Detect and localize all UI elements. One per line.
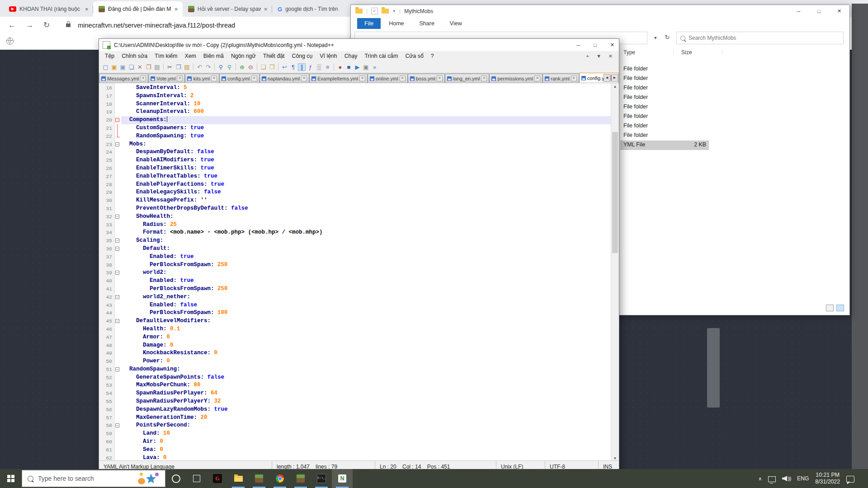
show-all-characters-icon[interactable]: ¶	[289, 63, 297, 71]
document-tab[interactable]: lang_en.yml✕	[445, 74, 489, 83]
properties-check-icon[interactable]: ✓	[371, 8, 378, 14]
url-text[interactable]: minecraftvn.net/server-minecraft-java.f1…	[78, 22, 235, 29]
column-header-type[interactable]: Type	[623, 49, 674, 56]
tab-close-icon[interactable]: ✕	[85, 7, 89, 12]
replace-icon[interactable]: ⚲	[226, 63, 233, 71]
scroll-up-icon[interactable]: ▲	[611, 83, 619, 90]
document-tab[interactable]: kits.yml✕	[185, 74, 219, 83]
tab-close-icon[interactable]: ✕	[301, 75, 307, 81]
redo-icon[interactable]: ↷	[204, 63, 212, 71]
ribbon-tab-home[interactable]: Home	[382, 18, 411, 29]
editor-vertical-scrollbar[interactable]: ▲ ▼	[611, 83, 619, 462]
thumbnail-view-icon[interactable]	[836, 305, 844, 311]
save-file-icon[interactable]: ▣	[119, 63, 127, 71]
open-file-icon[interactable]: ▣	[110, 63, 118, 71]
close-file-icon[interactable]: ✕	[136, 63, 144, 71]
menu-item[interactable]: Trình cài cắm	[361, 52, 401, 60]
menu-item[interactable]: Biên mã	[200, 52, 227, 60]
restore-horizontal-icon[interactable]: ❐	[268, 63, 276, 71]
quick-access-dropdown-icon[interactable]: ▼	[392, 9, 396, 13]
restore-vertical-icon[interactable]: ❏	[259, 63, 267, 71]
close-button[interactable]: ✕	[610, 42, 614, 48]
menu-item[interactable]: Xem	[182, 52, 199, 60]
browser-tab[interactable]: Hỏi về server - Delay spaw✕	[183, 1, 272, 17]
reload-button[interactable]: ↻	[43, 20, 50, 30]
function-list-icon[interactable]: ƒ	[307, 63, 314, 71]
action-center-icon[interactable]	[846, 476, 854, 483]
taskbar-app-file-explorer[interactable]	[228, 469, 249, 488]
document-tab[interactable]: online.yml✕	[368, 74, 408, 83]
refresh-icon[interactable]: ↻	[662, 32, 673, 44]
fold-collapse-icon[interactable]: −	[115, 215, 119, 219]
tab-close-icon[interactable]: ✕	[400, 75, 406, 81]
tab-close-icon[interactable]: ✕	[211, 75, 217, 81]
fold-collapse-icon-active[interactable]: −	[115, 118, 119, 122]
document-tab[interactable]: rank.yml✕	[542, 74, 579, 83]
forward-button[interactable]: →	[26, 21, 33, 30]
document-tab[interactable]: ExampleItems.yml✕	[309, 74, 368, 83]
tray-chevron-icon[interactable]: ∧	[758, 476, 762, 482]
tab-close-icon[interactable]: ✕	[534, 75, 540, 81]
close-button[interactable]: ✕	[829, 5, 849, 17]
macro-record-icon[interactable]: ●	[336, 63, 344, 71]
macro-play-icon[interactable]: ▶	[354, 63, 361, 71]
document-tab[interactable]: Messages.yml✕	[99, 74, 148, 83]
taskbar-app-task-view[interactable]	[186, 469, 207, 488]
close-tab-button[interactable]: ✕	[609, 53, 613, 59]
fold-collapse-icon[interactable]: −	[115, 247, 119, 251]
ribbon-tab-share[interactable]: Share	[412, 18, 442, 29]
macro-stop-icon[interactable]: ■	[345, 63, 353, 71]
browser-tab[interactable]: Đăng chủ đề | Diễn đàn M✕	[93, 1, 183, 17]
document-list-icon[interactable]: ≡	[324, 63, 331, 71]
ribbon-tab-file[interactable]: File	[357, 18, 381, 29]
document-tab[interactable]: config.yml✕	[219, 74, 259, 83]
tab-list-button[interactable]: ▼	[596, 53, 601, 59]
menu-item[interactable]: Chạy	[341, 52, 361, 60]
menu-item[interactable]: Công cụ	[289, 52, 316, 60]
close-all-icon[interactable]: ❐	[145, 63, 152, 71]
editor-area[interactable]: 16 SaveInterval: 517 SpawnsInterval: 218…	[99, 83, 619, 462]
document-tab[interactable]: boss.yml✕	[408, 74, 445, 83]
undo-icon[interactable]: ↶	[196, 63, 203, 71]
tab-close-icon[interactable]: ✕	[481, 75, 487, 81]
tab-close-icon[interactable]: ✕	[264, 7, 268, 12]
taskbar-clock[interactable]: 10:21 PM 8/31/2022	[815, 472, 840, 485]
menu-item[interactable]: Tìm kiếm	[151, 52, 181, 60]
menu-item[interactable]: Cửa sổ	[402, 52, 426, 60]
ribbon-tab-view[interactable]: View	[443, 18, 469, 29]
taskbar-app-garena[interactable]: G	[207, 469, 228, 488]
document-map-icon[interactable]: ▒	[315, 63, 323, 71]
maximize-button[interactable]: □	[809, 5, 829, 17]
maximize-button[interactable]: □	[594, 42, 597, 48]
document-tab[interactable]: Vote.yml✕	[148, 74, 185, 83]
macro-save-icon[interactable]: ▣	[362, 63, 370, 71]
fold-collapse-icon[interactable]: −	[115, 239, 119, 243]
zoom-out-icon[interactable]: ⊖	[247, 63, 255, 71]
menu-item[interactable]: Thiết đặt	[260, 52, 288, 60]
fold-collapse-icon[interactable]: −	[115, 319, 119, 323]
copy-icon[interactable]: ❐	[175, 63, 182, 71]
taskbar-app-minecraft-2[interactable]	[290, 469, 311, 488]
minimize-button[interactable]: ─	[576, 42, 580, 48]
taskbar-app-minecraft-1[interactable]	[249, 469, 269, 488]
tab-close-icon[interactable]: ✕	[251, 75, 257, 81]
details-view-icon[interactable]	[826, 305, 834, 311]
new-tab-button[interactable]: +	[586, 53, 589, 59]
indent-guide-icon[interactable]: ∥	[298, 63, 306, 71]
start-button[interactable]	[0, 469, 22, 488]
macro-run-multiple-icon[interactable]: »	[371, 63, 378, 71]
document-tab[interactable]: naplandau.yml✕	[259, 74, 310, 83]
new-folder-icon[interactable]	[382, 9, 389, 14]
language-indicator[interactable]: ENG	[797, 475, 809, 482]
explorer-search-input[interactable]: Search MythicMobs	[676, 32, 844, 44]
save-all-icon[interactable]: ❏	[127, 63, 135, 71]
globe-bookmark-icon[interactable]	[6, 38, 14, 45]
taskbar-app-notepad-plus-plus[interactable]: N	[332, 469, 353, 488]
menu-item[interactable]: Chỉnh sửa	[118, 52, 151, 60]
tab-close-icon[interactable]: ✕	[175, 7, 178, 12]
paste-icon[interactable]: ▤	[183, 63, 191, 71]
tab-close-icon[interactable]: ✕	[140, 75, 146, 81]
menu-item[interactable]: Ngôn ngữ	[228, 52, 259, 60]
volume-icon[interactable]: )))	[782, 476, 791, 481]
tab-scroll-right-icon[interactable]: ▶	[611, 74, 618, 82]
